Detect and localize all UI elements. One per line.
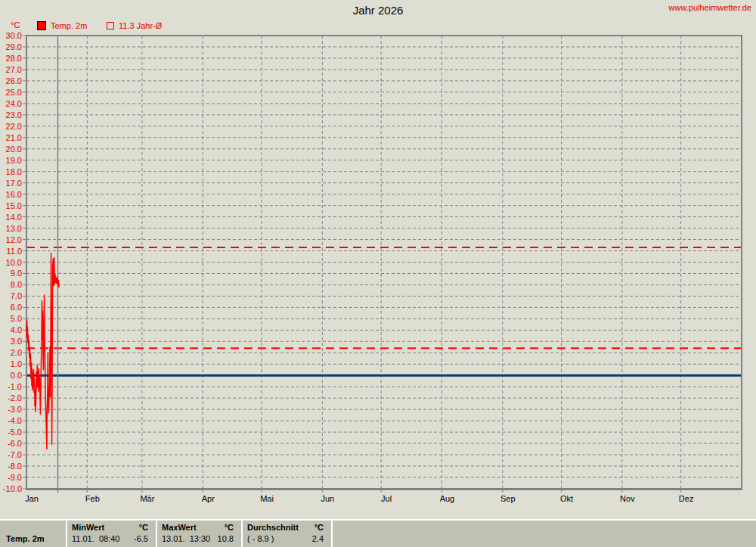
minwert-value: -6.5 bbox=[134, 534, 148, 543]
month-label: Mär bbox=[140, 494, 154, 503]
y-tick-label: 11.0 bbox=[6, 247, 22, 256]
y-tick-label: 20.0 bbox=[6, 145, 22, 154]
y-tick-label: 7.0 bbox=[11, 291, 22, 300]
y-tick-label: -3.0 bbox=[8, 405, 22, 414]
summary-table: Temp. 2m MinWert °C 11.01. 08:40 -6.5 Ma… bbox=[0, 519, 756, 547]
y-tick-label: 23.0 bbox=[6, 110, 22, 120]
durchschnitt-value: 2.4 bbox=[312, 534, 324, 543]
y-tick-label: 2.0 bbox=[11, 348, 22, 357]
y-tick-label: -6.0 bbox=[8, 439, 22, 448]
durchschnitt-prev: ( - 8.9 ) bbox=[247, 534, 274, 543]
y-tick-label: 21.0 bbox=[6, 133, 22, 142]
maxwert-header: MaxWert bbox=[162, 523, 197, 532]
y-tick-label: 22.0 bbox=[6, 122, 22, 131]
month-label: Aug bbox=[440, 494, 455, 503]
month-label: Apr bbox=[202, 494, 215, 503]
y-tick-label: -2.0 bbox=[8, 393, 22, 402]
month-label: Jun bbox=[321, 494, 334, 503]
y-tick-label: 10.0 bbox=[6, 258, 22, 267]
minwert-datetime: 11.01. 08:40 bbox=[72, 534, 119, 543]
y-tick-label: 15.0 bbox=[6, 201, 22, 210]
y-tick-label: 27.0 bbox=[6, 65, 22, 74]
y-tick-label: 14.0 bbox=[6, 213, 22, 222]
y-tick-label: -1.0 bbox=[8, 382, 22, 391]
minwert-header: MinWert bbox=[72, 523, 104, 532]
maxwert-value: 10.8 bbox=[218, 534, 234, 543]
y-tick-label: 30.0 bbox=[6, 31, 22, 40]
y-tick-label: 9.0 bbox=[11, 269, 22, 278]
y-tick-label: 18.0 bbox=[6, 167, 22, 176]
y-tick-label: -10.0 bbox=[3, 484, 22, 493]
y-tick-label: 0.0 bbox=[11, 371, 22, 380]
table-row-label: Temp. 2m bbox=[6, 534, 45, 543]
y-tick-label: 25.0 bbox=[6, 88, 22, 97]
month-label: Okt bbox=[560, 494, 573, 503]
month-label: Mai bbox=[260, 494, 274, 503]
minwert-cell: MinWert °C 11.01. 08:40 -6.5 bbox=[67, 521, 154, 547]
y-tick-label: 17.0 bbox=[6, 179, 22, 188]
y-tick-label: 28.0 bbox=[6, 54, 22, 63]
month-label: Sep bbox=[500, 494, 516, 503]
y-tick-label: -4.0 bbox=[8, 416, 22, 425]
month-label: Feb bbox=[85, 494, 100, 503]
maxwert-unit: °C bbox=[225, 523, 234, 532]
table-row-label-cell: Temp. 2m bbox=[0, 521, 66, 547]
y-tick-label: 4.0 bbox=[11, 325, 22, 334]
minwert-unit: °C bbox=[139, 523, 148, 532]
y-tick-label: 1.0 bbox=[11, 359, 22, 368]
durchschnitt-header: Durchschnitt bbox=[247, 523, 299, 532]
y-tick-label: 3.0 bbox=[11, 337, 22, 346]
month-label: Jul bbox=[381, 494, 392, 503]
weather-year-chart-page: Jahr 2026 www.pulheimwetter.de °C Temp. … bbox=[0, 0, 756, 547]
month-label: Jan bbox=[25, 494, 39, 503]
y-tick-label: 13.0 bbox=[6, 224, 22, 233]
maxwert-datetime: 13.01. 13:30 bbox=[162, 534, 210, 543]
y-tick-label: 26.0 bbox=[6, 76, 22, 85]
month-label: Nov bbox=[620, 494, 635, 503]
month-label: Dez bbox=[679, 494, 694, 503]
y-tick-label: -5.0 bbox=[8, 427, 22, 437]
y-tick-label: 8.0 bbox=[11, 280, 22, 289]
y-tick-label: 6.0 bbox=[11, 303, 22, 312]
y-tick-label: 16.0 bbox=[6, 190, 22, 199]
y-tick-label: 12.0 bbox=[6, 235, 22, 244]
y-tick-label: 19.0 bbox=[6, 156, 22, 165]
y-tick-label: 5.0 bbox=[11, 314, 22, 323]
temperature-chart-canvas: -10.0-9.0-8.0-7.0-6.0-5.0-4.0-3.0-2.0-1.… bbox=[0, 0, 756, 517]
y-tick-label: 24.0 bbox=[6, 99, 22, 108]
table-separator bbox=[331, 521, 333, 547]
temperature-line bbox=[26, 253, 59, 449]
y-tick-label: 29.0 bbox=[6, 42, 22, 51]
durchschnitt-unit: °C bbox=[314, 523, 324, 532]
durchschnitt-cell: Durchschnitt °C ( - 8.9 ) 2.4 bbox=[243, 521, 330, 547]
y-tick-label: -8.0 bbox=[8, 462, 22, 471]
y-tick-label: -7.0 bbox=[8, 450, 22, 459]
maxwert-cell: MaxWert °C 13.01. 13:30 10.8 bbox=[157, 521, 240, 547]
y-tick-label: -9.0 bbox=[8, 473, 22, 482]
